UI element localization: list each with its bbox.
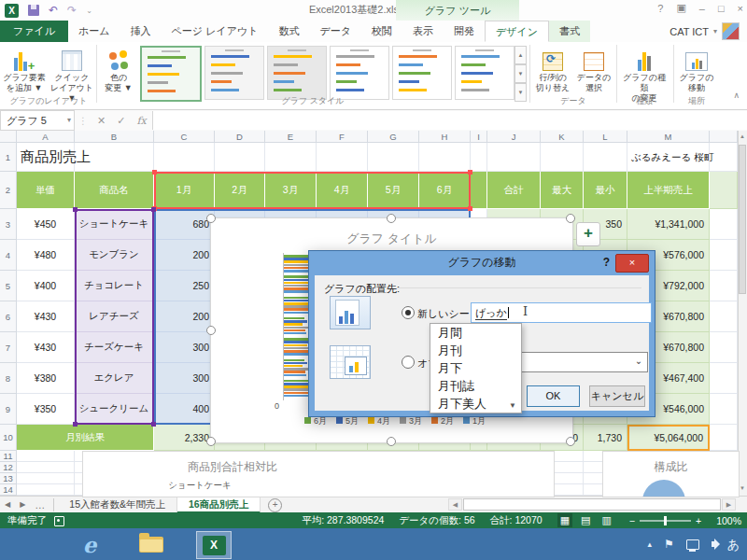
- help-icon[interactable]: ?: [657, 3, 663, 14]
- gallery-more-icon[interactable]: ▼: [514, 83, 527, 102]
- new-sheet-name-input[interactable]: げっか: [471, 302, 652, 323]
- move-chart-button[interactable]: グラフの 移動: [677, 45, 716, 103]
- formula-input[interactable]: [152, 111, 747, 130]
- switch-row-column-button[interactable]: ⟳ 行/列の 切り替え: [533, 45, 572, 103]
- bar-モンブラン-2月[interactable]: [284, 371, 305, 373]
- bar-モンブラン-5月[interactable]: [284, 362, 307, 365]
- row-header-12[interactable]: 12: [0, 462, 17, 473]
- cell-half-3[interactable]: ¥1,341,000: [627, 209, 710, 240]
- tab-7[interactable]: 表示: [402, 21, 444, 42]
- column-header-A[interactable]: A: [17, 131, 75, 143]
- row-header-11[interactable]: 11: [0, 451, 17, 462]
- bar-レアチーズ-3月[interactable]: [284, 327, 309, 329]
- cell-E1[interactable]: [265, 143, 317, 172]
- cell-jan-8[interactable]: 300: [154, 363, 215, 394]
- cell-price-5[interactable]: ¥400: [17, 271, 75, 301]
- cell-product-8[interactable]: エクレア: [75, 363, 154, 394]
- cell-price-4[interactable]: ¥480: [17, 240, 75, 271]
- cell-monthly-jan[interactable]: 2,330: [154, 425, 215, 451]
- chart-series-range-handle[interactable]: [468, 170, 472, 175]
- composition-pie-chart[interactable]: 構成比: [602, 451, 740, 497]
- bar-チョコレート-6月[interactable]: [284, 338, 309, 341]
- chart-style-thumbnail-2[interactable]: [204, 46, 264, 100]
- select-data-button[interactable]: データの 選択: [574, 45, 613, 103]
- bar-レアチーズ-6月[interactable]: [284, 317, 304, 320]
- tray-show-hidden-icon[interactable]: ▴: [647, 540, 652, 549]
- name-box[interactable]: グラフ 5▾: [0, 110, 75, 131]
- cell-month-4月[interactable]: 4月: [317, 172, 368, 209]
- bar-レアチーズ-4月[interactable]: [284, 323, 303, 326]
- hscroll-left-icon[interactable]: ◀: [448, 498, 462, 511]
- maximize-icon[interactable]: □: [718, 3, 725, 14]
- cell-I1[interactable]: [471, 143, 487, 172]
- ime-candidate-4[interactable]: 月刊誌: [430, 377, 521, 395]
- cell-J2[interactable]: 合計: [487, 172, 541, 209]
- chart-categories-range-handle[interactable]: [151, 422, 156, 427]
- cell-C1[interactable]: [154, 143, 215, 172]
- cell-monthly-min[interactable]: 1,730: [584, 425, 627, 451]
- horizontal-scrollbar[interactable]: ◀ ▶: [448, 498, 736, 511]
- cell-jan-5[interactable]: 250: [154, 271, 215, 301]
- gallery-up-icon[interactable]: ▲: [514, 46, 527, 64]
- cell-jan-4[interactable]: 200: [154, 240, 215, 271]
- view-normal-icon[interactable]: ▦: [557, 513, 572, 527]
- change-colors-button[interactable]: 色の 変更 ▼: [99, 45, 138, 103]
- cell-monthly-label[interactable]: 月別結果: [17, 425, 154, 451]
- cell-jan-9[interactable]: 400: [154, 394, 215, 425]
- sheet-nav-left-icon[interactable]: ◀: [0, 497, 15, 513]
- row-header-9[interactable]: 9: [0, 394, 17, 425]
- column-header-I[interactable]: I: [471, 131, 487, 143]
- collapse-ribbon-icon[interactable]: ∧: [733, 91, 740, 100]
- cell-N3[interactable]: [710, 209, 738, 240]
- cell-J1[interactable]: [487, 143, 541, 172]
- chart-selection-handle-5[interactable]: [206, 437, 216, 446]
- tray-ime-indicator[interactable]: あ: [727, 539, 740, 551]
- column-header-E[interactable]: E: [265, 131, 317, 143]
- column-header-K[interactable]: K: [541, 131, 584, 143]
- add-chart-element-button[interactable]: + グラフ要素 を追加 ▼: [2, 45, 47, 103]
- ime-candidate-2[interactable]: 月刊: [430, 342, 521, 359]
- tab-9[interactable]: デザイン: [485, 21, 549, 42]
- cell-N8[interactable]: [710, 363, 738, 394]
- row-header-13[interactable]: 13: [0, 473, 17, 484]
- chart-style-thumbnail-6[interactable]: [455, 46, 514, 100]
- cell-M2[interactable]: 上半期売上: [627, 172, 710, 209]
- tray-volume-icon[interactable]: [712, 541, 715, 547]
- tray-action-center-icon[interactable]: ⚑: [664, 539, 674, 550]
- cell-month-5月[interactable]: 5月: [368, 172, 419, 209]
- cell-title-A1[interactable]: 商品別売上: [17, 143, 153, 172]
- bar-レアチーズ-5月[interactable]: [284, 320, 307, 323]
- zoom-slider[interactable]: [640, 520, 691, 522]
- cell-K2[interactable]: 最大: [541, 172, 584, 209]
- cell-I2[interactable]: [471, 172, 487, 209]
- tab-1[interactable]: ホーム: [68, 21, 120, 42]
- cell-month-6月[interactable]: 6月: [419, 172, 471, 209]
- sheet-tab-1[interactable]: 15入館者数&年間売上: [58, 497, 177, 513]
- chart-style-thumbnail-5[interactable]: [392, 46, 452, 100]
- cell-N9[interactable]: [710, 394, 738, 425]
- cell-price-3[interactable]: ¥450: [17, 209, 75, 240]
- row-header-1[interactable]: 1: [0, 143, 17, 172]
- chart-series-range-handle[interactable]: [152, 170, 157, 175]
- cell-A13[interactable]: [17, 473, 75, 484]
- cell-L2[interactable]: 最小: [584, 172, 627, 209]
- hscroll-right-icon[interactable]: ▶: [722, 498, 736, 511]
- row-header-2[interactable]: 2: [0, 172, 17, 209]
- cell-month-2月[interactable]: 2月: [215, 172, 265, 209]
- cell-price-9[interactable]: ¥350: [17, 394, 75, 425]
- taskbar-ie-icon[interactable]: e: [73, 531, 106, 557]
- chart-selection-handle-0[interactable]: [206, 214, 216, 223]
- cell-product-5[interactable]: チョコレート: [75, 271, 154, 301]
- row-header-5[interactable]: 5: [0, 271, 17, 301]
- vscroll-up-icon[interactable]: ▲: [739, 132, 746, 142]
- vscroll-thumb[interactable]: [739, 145, 746, 294]
- change-chart-type-button[interactable]: グラフの種類 の変更: [619, 45, 669, 103]
- cell-G1[interactable]: [368, 143, 419, 172]
- column-header-B[interactable]: B: [75, 131, 154, 143]
- bar-レアチーズ-1月[interactable]: [284, 332, 306, 335]
- chart-selection-handle-1[interactable]: [387, 214, 396, 223]
- chart-title[interactable]: グラフ タイトル: [211, 231, 572, 247]
- chart-selection-handle-3[interactable]: [206, 326, 216, 335]
- column-header-L[interactable]: L: [584, 131, 627, 143]
- tab-2[interactable]: 挿入: [120, 21, 162, 42]
